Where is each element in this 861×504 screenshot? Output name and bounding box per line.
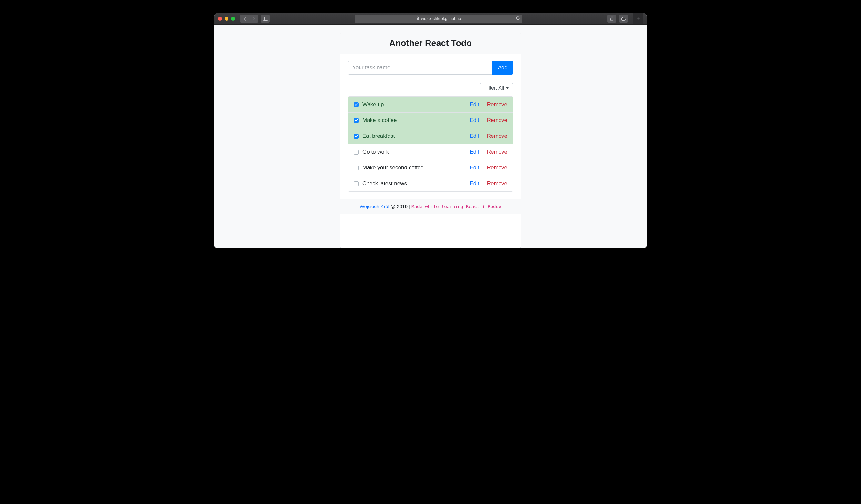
share-button[interactable]	[607, 15, 616, 23]
window-controls	[218, 17, 235, 21]
browser-titlebar: wojciechkrol.github.io +	[214, 13, 647, 25]
svg-rect-6	[621, 18, 625, 20]
browser-window: wojciechkrol.github.io + Another React T…	[214, 13, 647, 248]
nav-buttons	[240, 15, 258, 23]
remove-link[interactable]: Remove	[487, 149, 507, 155]
todo-text: Make your second coffee	[363, 165, 469, 171]
footer-year: @ 2019 |	[389, 204, 411, 209]
todo-item: Go to workEditRemove	[348, 144, 513, 160]
todo-text: Eat breakfast	[363, 133, 469, 139]
edit-link[interactable]: Edit	[469, 180, 479, 187]
remove-link[interactable]: Remove	[487, 101, 507, 108]
sidebar-button[interactable]	[261, 15, 270, 23]
todo-item: Eat breakfastEditRemove	[348, 128, 513, 144]
edit-link[interactable]: Edit	[469, 117, 479, 124]
card-header: Another React Todo	[340, 33, 521, 54]
footer-note: Made while learning React + Redux	[411, 204, 501, 209]
todo-checkbox[interactable]	[354, 165, 358, 171]
reload-button[interactable]	[516, 16, 520, 21]
filter-label: Filter: All	[484, 85, 504, 91]
task-input[interactable]	[347, 61, 492, 74]
todo-item: Check latest newsEditRemove	[348, 176, 513, 191]
svg-rect-0	[263, 17, 268, 20]
lock-icon	[416, 16, 419, 21]
todo-checkbox[interactable]	[354, 102, 358, 107]
tabs-button[interactable]	[619, 15, 628, 23]
page-viewport: Another React Todo Add Filter: All Wake …	[214, 25, 647, 248]
close-window-button[interactable]	[218, 17, 222, 21]
todo-checkbox[interactable]	[354, 118, 358, 123]
svg-rect-2	[416, 18, 419, 20]
todo-checkbox[interactable]	[354, 134, 358, 139]
new-tab-button[interactable]: +	[633, 13, 643, 24]
todo-card: Another React Todo Add Filter: All Wake …	[340, 33, 521, 248]
todo-checkbox[interactable]	[354, 150, 358, 154]
edit-link[interactable]: Edit	[469, 149, 479, 155]
todo-list: Wake upEditRemoveMake a coffeeEditRemove…	[347, 96, 514, 192]
back-button[interactable]	[240, 15, 249, 23]
minimize-window-button[interactable]	[224, 17, 229, 21]
address-bar[interactable]: wojciechkrol.github.io	[355, 14, 522, 23]
todo-item: Wake upEditRemove	[348, 97, 513, 113]
remove-link[interactable]: Remove	[487, 180, 507, 187]
remove-link[interactable]: Remove	[487, 165, 507, 171]
todo-item: Make your second coffeeEditRemove	[348, 160, 513, 176]
filter-dropdown[interactable]: Filter: All	[480, 83, 514, 93]
todo-text: Wake up	[363, 101, 469, 108]
todo-item: Make a coffeeEditRemove	[348, 113, 513, 128]
fullscreen-window-button[interactable]	[231, 17, 235, 21]
forward-button[interactable]	[249, 15, 258, 23]
url-text: wojciechkrol.github.io	[421, 16, 461, 21]
todo-checkbox[interactable]	[354, 181, 358, 186]
chevron-down-icon	[506, 87, 509, 89]
add-button[interactable]: Add	[492, 61, 514, 74]
todo-text: Go to work	[363, 149, 469, 155]
todo-text: Make a coffee	[363, 117, 469, 124]
author-link[interactable]: Wojciech Król	[360, 204, 389, 209]
remove-link[interactable]: Remove	[487, 117, 507, 124]
todo-text: Check latest news	[363, 180, 469, 187]
edit-link[interactable]: Edit	[469, 133, 479, 139]
edit-link[interactable]: Edit	[469, 165, 479, 171]
remove-link[interactable]: Remove	[487, 133, 507, 139]
edit-link[interactable]: Edit	[469, 101, 479, 108]
page-title: Another React Todo	[347, 38, 514, 49]
card-footer: Wojciech Król @ 2019 | Made while learni…	[340, 199, 521, 214]
